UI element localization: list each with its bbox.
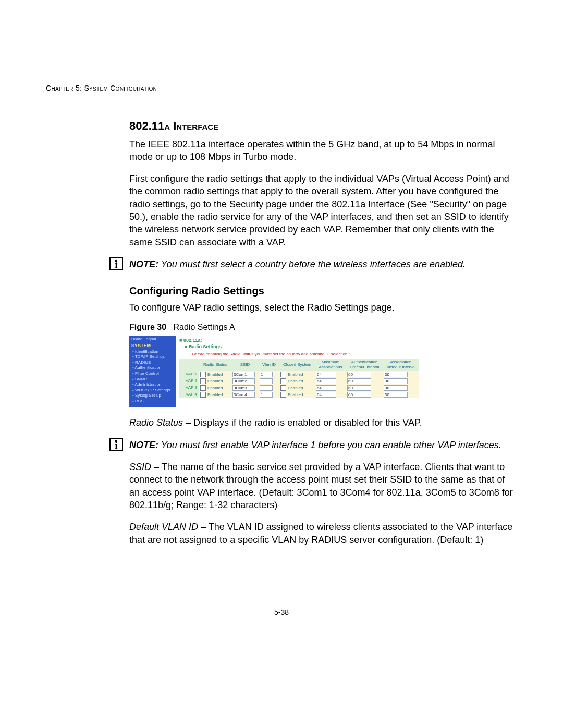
screenshot-sidebar-group: SYSTEM [131,343,174,349]
screenshot-topnav: Home Logout [131,337,174,342]
vap-radio-status[interactable]: Enabled [199,378,231,385]
section-heading-pre: 802.11 [129,119,164,132]
vap-auth-input[interactable] [347,392,371,398]
note-2-text: You must first enable VAP interface 1 be… [158,440,501,450]
vap-assoc-input[interactable] [384,385,408,391]
sidebar-item[interactable]: RADIUS [132,360,174,366]
sidebar-item[interactable]: TCP/IP Settings [132,354,174,360]
definition-ssid: SSID – The name of the basic service set… [129,461,517,511]
vap-vlan-input[interactable] [260,385,273,391]
sidebar-item[interactable]: Authentication [132,365,174,371]
vap-assoc-input[interactable] [384,378,408,384]
vap-table-row: VAP 2EnabledEnabled [179,378,419,385]
vap-closed-system[interactable]: Enabled [279,371,315,378]
vap-vlan-input[interactable] [260,372,273,377]
paragraph-intro-1: The IEEE 802.11a interface operates with… [129,138,517,164]
vap-ssid-cell [231,385,259,391]
checkbox-icon[interactable] [200,378,206,384]
vap-auth-cell [346,391,383,398]
section-heading-sc: a Interface [164,119,218,132]
vap-closed-system[interactable]: Enabled [279,391,315,398]
checkbox-icon[interactable] [200,392,206,398]
paragraph-config: To configure VAP radio settings, select … [129,301,517,314]
vap-max-cell [315,385,346,391]
screenshot-sidebar: Home Logout SYSTEM Identification TCP/IP… [129,336,176,407]
vap-auth-input[interactable] [347,378,371,384]
vap-vlan-cell [259,391,279,398]
vap-radio-status[interactable]: Enabled [199,391,231,398]
sidebar-item[interactable]: Administration [132,382,174,388]
sidebar-item[interactable]: Filter Control [132,371,174,377]
sidebar-item[interactable]: SNMP [132,377,174,382]
figure-30-screenshot: Home Logout SYSTEM Identification TCP/IP… [129,336,421,407]
vap-th: Vlan ID [259,359,279,371]
checkbox-icon[interactable] [200,372,206,377]
vap-row-name: VAP 1 [179,371,199,378]
page-number: 5-38 [0,608,563,618]
sidebar-item[interactable]: Identification [132,349,174,355]
vap-max-input[interactable] [316,372,336,377]
vap-ssid-input[interactable] [232,378,255,384]
vap-ssid-cell [231,391,259,398]
note-1: i NOTE: You must first select a country … [129,258,517,270]
vap-ssid-cell [231,378,259,385]
vap-max-cell [315,391,346,398]
vap-max-cell [315,378,346,385]
vap-assoc-cell [383,385,419,391]
vap-th: SSID [231,359,259,371]
checkbox-icon[interactable] [280,372,286,377]
vap-ssid-input[interactable] [232,385,255,391]
sidebar-item[interactable]: Syslog Set-up [132,393,174,399]
vap-th: Authentication Timeout Interval [346,359,383,371]
definition-text: – The name of the basic service set prov… [129,462,513,510]
definition-text: – Displays if the radio is enabled or di… [183,417,422,428]
definition-term: SSID [129,462,151,472]
vap-table-row: VAP 4EnabledEnabled [179,391,419,398]
definition-radio-status: Radio Status – Displays if the radio is … [129,416,517,429]
screenshot-subtitle: ■ Radio Settings [185,344,419,350]
definition-vlan: Default VLAN ID – The VLAN ID assigned t… [129,521,517,546]
vap-closed-system[interactable]: Enabled [279,385,315,391]
vap-row-name: VAP 3 [179,385,199,391]
vap-vlan-input[interactable] [260,378,273,384]
vap-ssid-input[interactable] [232,392,255,398]
vap-assoc-cell [383,378,419,385]
sidebar-item[interactable]: RSSI [132,399,174,404]
vap-auth-input[interactable] [347,385,371,391]
vap-auth-cell [346,371,383,378]
vap-radio-status[interactable]: Enabled [199,371,231,378]
vap-vlan-cell [259,385,279,391]
vap-max-input[interactable] [316,385,336,391]
checkbox-icon[interactable] [280,378,286,384]
vap-ssid-input[interactable] [232,372,255,377]
vap-th [179,359,199,371]
screenshot-sidebar-list: Identification TCP/IP Settings RADIUS Au… [132,349,174,404]
checkbox-icon[interactable] [280,385,286,391]
note-2: i NOTE: You must first enable VAP interf… [129,439,517,451]
vap-th: Association Timeout Interval [383,359,419,371]
section-heading: 802.11a Interface [129,118,517,134]
sidebar-item[interactable]: WDS/STP Settings [132,388,174,393]
vap-assoc-input[interactable] [384,392,408,398]
checkbox-icon[interactable] [200,385,206,391]
vap-assoc-cell [383,391,419,398]
vap-table-row: VAP 1EnabledEnabled [179,371,419,378]
info-icon: i [109,257,123,270]
figure-label: Figure 30 [129,323,166,331]
vap-max-input[interactable] [316,378,336,384]
vap-radio-status[interactable]: Enabled [199,385,231,391]
vap-row-name: VAP 4 [179,391,199,398]
checkbox-icon[interactable] [280,392,286,398]
vap-vlan-input[interactable] [260,392,273,398]
figure-title: Radio Settings A [173,323,235,331]
vap-vlan-cell [259,378,279,385]
vap-max-input[interactable] [316,392,336,398]
vap-assoc-input[interactable] [384,372,408,377]
screenshot-main: ■ 802.11a: ■ Radio Settings "Before enab… [176,336,421,407]
figure-caption: Figure 30 Radio Settings A [129,322,517,333]
note-2-label: NOTE: [129,440,158,450]
vap-auth-cell [346,378,383,385]
vap-closed-system[interactable]: Enabled [279,378,315,385]
screenshot-warning: "Before enabling the Radio Status you mu… [191,352,419,357]
vap-auth-input[interactable] [347,372,371,377]
